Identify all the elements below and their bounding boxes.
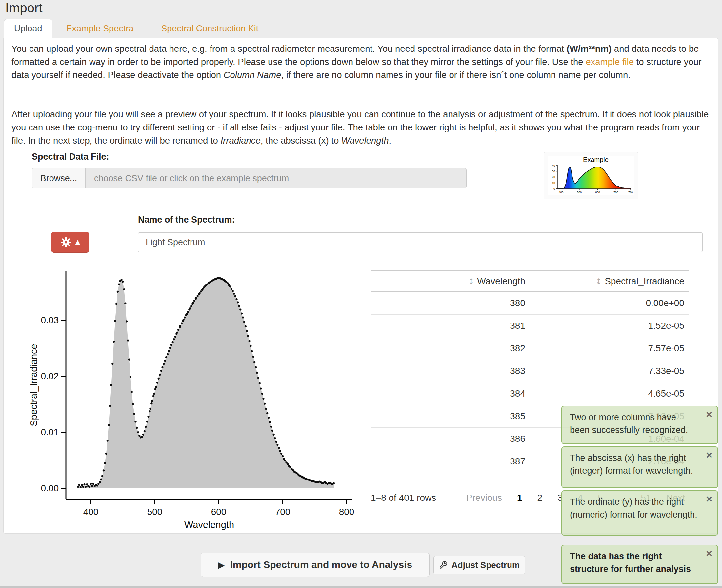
sort-icon: ↕ bbox=[468, 277, 474, 286]
svg-text:0.02: 0.02 bbox=[41, 371, 59, 381]
table-cell: 1.52e-05 bbox=[530, 315, 689, 337]
table-row[interactable]: 3844.65e-05 bbox=[371, 382, 689, 405]
svg-text:0.00: 0.00 bbox=[41, 483, 59, 493]
table-cell: 382 bbox=[371, 337, 530, 360]
pagination-page-2[interactable]: 2 bbox=[537, 492, 543, 503]
notification-toast: The abscissa (x) has the right (integer)… bbox=[561, 446, 718, 488]
svg-text:10: 10 bbox=[552, 181, 555, 185]
table-row[interactable]: 3811.52e-05 bbox=[371, 315, 689, 337]
tab-spectral-construction-kit[interactable]: Spectral Construction Kit bbox=[147, 19, 272, 38]
toast-close-button[interactable]: × bbox=[706, 493, 712, 504]
example-spectrum-thumbnail[interactable]: 010203040400500600700780Example bbox=[544, 152, 638, 199]
tab-bar: Upload Example Spectra Spectral Construc… bbox=[4, 19, 272, 38]
spectrum-chart: 4005006007008000.000.010.020.03Wavelengt… bbox=[27, 267, 355, 532]
svg-text:0.03: 0.03 bbox=[41, 315, 59, 325]
example-file-link[interactable]: example file bbox=[585, 57, 634, 67]
import-button-label: Import Spectrum and move to Analysis bbox=[230, 559, 412, 570]
toast-message: The abscissa (x) has the right (integer)… bbox=[570, 453, 693, 476]
table-cell: 380 bbox=[371, 292, 530, 315]
paragraph-text: Irradiance bbox=[220, 135, 260, 146]
toast-close-button[interactable]: × bbox=[706, 548, 712, 559]
tab-example-spectra[interactable]: Example Spectra bbox=[53, 19, 147, 38]
table-cell: 385 bbox=[371, 405, 530, 428]
table-cell: 7.57e-05 bbox=[530, 337, 689, 360]
chevron-up-icon: ▲ bbox=[75, 238, 81, 246]
import-spectrum-button[interactable]: ▶ Import Spectrum and move to Analysis bbox=[201, 552, 430, 577]
table-cell: 384 bbox=[371, 382, 530, 405]
table-row[interactable]: 3837.33e-05 bbox=[371, 360, 689, 382]
browse-button[interactable]: Browse... bbox=[32, 168, 86, 188]
paragraph-text: , if there are no column names in your f… bbox=[281, 70, 630, 80]
svg-text:400: 400 bbox=[83, 507, 99, 517]
spectrum-name-label: Name of the Spectrum: bbox=[138, 215, 235, 225]
preview-paragraph: After uploading your file you will see a… bbox=[12, 108, 709, 147]
wrench-icon bbox=[439, 561, 448, 569]
play-icon: ▶ bbox=[218, 560, 225, 570]
notification-toast: The ordinate (y) has the right (numeric)… bbox=[561, 490, 718, 536]
svg-text:600: 600 bbox=[595, 191, 600, 194]
svg-text:500: 500 bbox=[577, 191, 581, 194]
svg-text:0: 0 bbox=[554, 187, 555, 190]
toast-message: Two or more columns have been successful… bbox=[570, 412, 688, 435]
table-cell: 4.65e-05 bbox=[530, 382, 689, 405]
example-chart: 010203040400500600700780Example bbox=[548, 156, 634, 195]
svg-text:30: 30 bbox=[552, 170, 555, 173]
notification-toast: Two or more columns have been successful… bbox=[561, 406, 718, 444]
file-input[interactable]: choose CSV file or click on the example … bbox=[86, 168, 466, 188]
toast-message: The data has the right structure for fur… bbox=[570, 551, 691, 574]
paragraph-text: Wavelength bbox=[341, 135, 389, 146]
table-row[interactable]: 3800.00e+00 bbox=[371, 292, 689, 315]
paragraph-text: (W/m²*nm) bbox=[566, 44, 612, 54]
tab-upload[interactable]: Upload bbox=[4, 19, 53, 38]
svg-text:600: 600 bbox=[211, 507, 227, 517]
gear-icon bbox=[60, 236, 72, 248]
svg-text:500: 500 bbox=[147, 507, 163, 517]
svg-text:40: 40 bbox=[552, 164, 555, 167]
column-label: Wavelength bbox=[477, 276, 525, 286]
paragraph-text: Column Name bbox=[224, 70, 281, 80]
svg-text:700: 700 bbox=[614, 191, 618, 194]
table-cell: 381 bbox=[371, 315, 530, 337]
svg-text:800: 800 bbox=[339, 507, 354, 517]
svg-text:Wavelength: Wavelength bbox=[184, 520, 234, 530]
svg-text:0.01: 0.01 bbox=[41, 427, 59, 437]
table-cell: 7.33e-05 bbox=[530, 360, 689, 382]
table-row[interactable]: 3827.57e-05 bbox=[371, 337, 689, 360]
table-header-row: ↕Wavelength ↕Spectral_Irradiance bbox=[371, 271, 689, 292]
notification-toast: The data has the right structure for fur… bbox=[561, 545, 718, 584]
sort-icon: ↕ bbox=[595, 277, 602, 286]
pagination-previous[interactable]: Previous bbox=[466, 492, 502, 503]
toast-close-button[interactable]: × bbox=[706, 450, 712, 460]
rows-info: 1–8 of 401 rows bbox=[371, 492, 436, 503]
svg-text:700: 700 bbox=[275, 507, 290, 517]
spectrum-name-input[interactable] bbox=[138, 232, 703, 252]
column-label: Spectral_Irradiance bbox=[605, 276, 684, 286]
pagination-page-1[interactable]: 1 bbox=[517, 492, 522, 503]
svg-text:Spectral_Irradiance: Spectral_Irradiance bbox=[28, 344, 39, 426]
toast-close-button[interactable]: × bbox=[706, 409, 712, 420]
table-cell: 0.00e+00 bbox=[530, 292, 689, 315]
paragraph-text: , the abscissa (x) to bbox=[261, 135, 341, 146]
adjust-spectrum-button[interactable]: Adjust Spectrum bbox=[433, 556, 525, 574]
preview-table-body: 3800.00e+003811.52e-053827.57e-053837.33… bbox=[371, 292, 689, 472]
adjust-button-label: Adjust Spectrum bbox=[452, 560, 520, 570]
table-cell: 383 bbox=[371, 360, 530, 382]
settings-cog-button[interactable]: ▲ bbox=[51, 232, 89, 253]
toast-message: The ordinate (y) has the right (numeric)… bbox=[570, 497, 697, 520]
svg-text:Example: Example bbox=[583, 156, 608, 163]
spectral-data-file-label: Spectral Data File: bbox=[32, 152, 109, 162]
column-header-spectral-irradiance[interactable]: ↕Spectral_Irradiance bbox=[530, 271, 689, 292]
file-input-group: Browse... choose CSV file or click on th… bbox=[32, 168, 467, 188]
page-title: Import bbox=[5, 1, 42, 15]
paragraph-text: You can upload your own spectral data he… bbox=[12, 44, 566, 54]
footer-divider bbox=[0, 586, 722, 588]
svg-text:780: 780 bbox=[628, 191, 633, 194]
table-cell: 386 bbox=[371, 428, 530, 450]
svg-text:20: 20 bbox=[552, 175, 555, 178]
table-cell: 387 bbox=[371, 450, 530, 473]
paragraph-text: . bbox=[389, 135, 392, 146]
column-header-wavelength[interactable]: ↕Wavelength bbox=[371, 271, 530, 292]
svg-text:400: 400 bbox=[559, 191, 563, 194]
intro-paragraph: You can upload your own spectral data he… bbox=[12, 42, 709, 82]
